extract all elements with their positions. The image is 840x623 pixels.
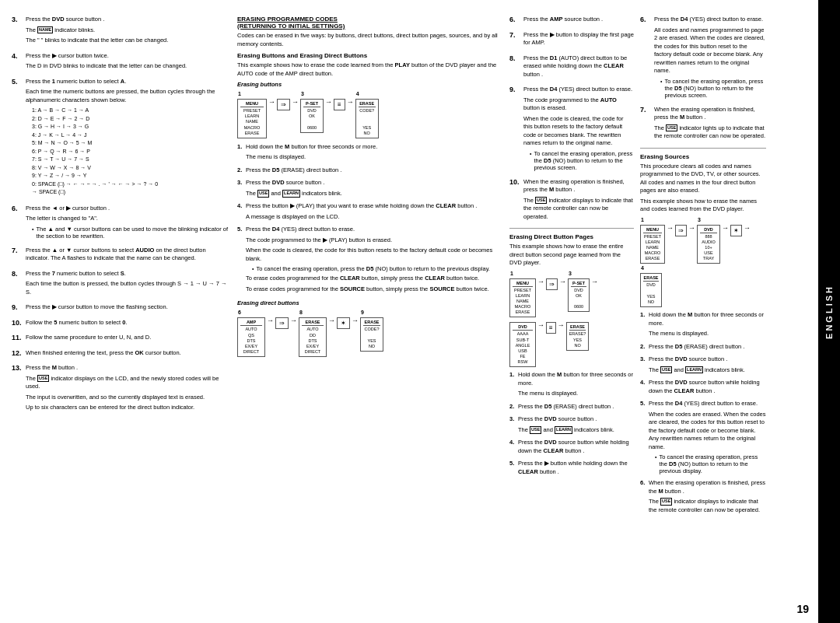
item-4: 4. Press the ▶ cursor button twice. The …	[12, 52, 229, 73]
srcdiag-mid2: ✶	[730, 225, 742, 236]
diag2-mid: ⇒	[275, 317, 289, 329]
srcdiag-label1: MENU	[643, 227, 662, 233]
src-steps-list: 1. Hold down the M button for three seco…	[640, 311, 766, 516]
diag1-num3: 3	[301, 91, 304, 96]
col3-item-9-sub1: The code programmed to the AUTO button i…	[523, 96, 634, 113]
col3-split: 6. Press the AMP source button . 7. Pres…	[509, 16, 766, 519]
item-6-num: 6.	[12, 205, 23, 242]
dpdiag-arrow2: →	[559, 278, 566, 285]
item-5-content: Press the 1 numeric button to select A. …	[26, 78, 229, 200]
alpha-row-9: 9: Y → Z → / → 9 → Y	[32, 172, 229, 180]
dpdiag-box4: DVD AAAASUB-TANGLEUSBFERSW	[509, 322, 536, 367]
srcdiag-content1: PRESETLEARNNAMEMACROERASE	[643, 234, 662, 262]
step-5-content: Press the D4 (YES) direct button to eras…	[246, 226, 502, 296]
alpha-table: 1: A → B → C → 1 → A 2: D → E → F → 2 → …	[32, 107, 229, 197]
col3-item-8-text: Press the D1 (AUTO) direct button to be …	[523, 54, 634, 79]
diag2-content6: AUTOQSDTSEX/EYDIRECT	[240, 327, 262, 355]
diag2-label8: ERASE	[302, 320, 324, 326]
bullet-dot-2: •	[252, 266, 254, 272]
dpdiag-arrow4: →	[537, 322, 544, 329]
src-step-3-content: Press the DVD source button . The USE an…	[649, 355, 745, 376]
item-13-line1: Press the M button .	[26, 364, 229, 373]
srcdiag-arrow2: →	[688, 225, 695, 232]
diag2-num9: 9	[361, 310, 364, 315]
srcdiag-box3: DVD 888AUDIO10+USETRAY	[697, 225, 720, 264]
col3-item-8: 8. Press the D1 (AUTO) direct button to …	[509, 54, 634, 82]
item-13-num: 13.	[12, 364, 23, 415]
step-1-content: Hold down the M button for three seconds…	[246, 143, 377, 164]
alpha-row-0: 0: SPACE (□) → ← → − → . → ' → ← → > → ?…	[32, 180, 229, 189]
item-13-line4: Up to six characters can be entered for …	[26, 404, 229, 412]
erasing-sources-desc2: This example shows how to erase the name…	[640, 198, 766, 214]
col3-item-10-text: When the erasing operation is finished, …	[523, 178, 634, 194]
right-item-6-text: Press the D4 (YES) direct button to eras…	[654, 16, 766, 24]
direct-pages-diagram: 1 MENU PRESETLEARNNAMEMACROERASE → ⇒ → 3	[509, 271, 634, 318]
col3-item-7-content: Press the ▶ button to display the first …	[523, 31, 634, 50]
column-3: 6. Press the AMP source button . 7. Pres…	[509, 16, 766, 607]
src-step-5-content: Press the D4 (YES) direct button to eras…	[649, 400, 766, 477]
item-8-line2: Each time the button is pressed, the but…	[26, 280, 229, 296]
src-step-2-content: Press the D5 (ERASE) direct button .	[649, 343, 744, 354]
dpdiag-arrow1: →	[537, 278, 544, 285]
diag2-content9: CODE?YESNO	[363, 327, 380, 349]
diag1-label3: P-SET	[303, 101, 320, 107]
step-5-erase-clear: To erase codes programmed for the CLEAR …	[246, 275, 502, 283]
item-10-text: Follow the 5 numeric button to select 0.	[26, 319, 229, 327]
step-5-sub2: When the code is cleared, the code for t…	[246, 247, 502, 263]
erasing-direct-label: Erasing direct buttons	[237, 299, 502, 306]
step-4: 4. Press the button ▶ (PLAY) that you wa…	[237, 202, 502, 223]
src-step-5-cancel: • To cancel the erasing operation, press…	[655, 453, 766, 474]
diag2-arrow4: →	[352, 317, 359, 324]
dp-step-5-content: Press the ▶ button while holding down th…	[518, 460, 634, 478]
diag1-mid2: ≡	[334, 99, 345, 110]
right-item-7: 7. When the erasing operation is finishe…	[640, 106, 766, 143]
step-1-sub: The menu is displayed.	[246, 153, 377, 162]
dp-step-1-content: Hold down the M button for three seconds…	[518, 371, 634, 401]
dp-step-1-sub: The menu is displayed.	[518, 390, 634, 398]
step-2-num: 2.	[237, 166, 243, 177]
item-8-content: Press the 7 numeric button to select S. …	[26, 270, 229, 299]
src-step-1: 1. Hold down the M button for three seco…	[640, 311, 766, 341]
step-5-cancel: • To cancel the erasing operation, press…	[252, 265, 502, 272]
dpdiag-label1: MENU	[513, 281, 533, 287]
col3-item-10: 10. When the erasing operation is finish…	[509, 178, 634, 224]
item-9-num: 9.	[12, 303, 23, 314]
dp-step-5-num: 5.	[509, 460, 516, 478]
srcdiag-label3: DVD	[700, 227, 717, 233]
col3-item-8-content: Press the D1 (AUTO) direct button to be …	[523, 54, 634, 82]
dpdiag-content4: AAAASUB-TANGLEUSBFERSW	[513, 331, 533, 365]
item-5-line1: Press the 1 numeric button to select A.	[26, 78, 229, 86]
srcdiag-num4: 4	[641, 265, 644, 271]
dpdiag-num3: 3	[569, 271, 572, 276]
page-number: 19	[796, 603, 809, 615]
col3-item-7-text: Press the ▶ button to display the first …	[523, 31, 634, 47]
erasing-sources-title: Erasing Sources	[640, 153, 766, 160]
dpdiag-label-erase: ERASE	[569, 324, 586, 331]
diag1-content3: DVDOK0600	[303, 108, 320, 131]
srcdiag-num3: 3	[698, 217, 701, 222]
dp-step-5: 5. Press the ▶ button while holding down…	[509, 460, 634, 478]
item-6-subbullet: • The ▲ and ▼ cursor buttons can be used…	[32, 226, 229, 240]
src-step-5: 5. Press the D4 (YES) direct button to e…	[640, 400, 766, 477]
step-4-sub: A message is displayed on the LCD.	[246, 213, 477, 222]
dpdiag-content3: DVDOK0600	[571, 288, 586, 310]
right-item-6-content: Press the D4 (YES) direct button to eras…	[654, 16, 766, 101]
item-8: 8. Press the 7 numeric button to select …	[12, 270, 229, 299]
item-11: 11. Follow the same procedure to enter U…	[12, 334, 229, 345]
item-12-content: When finished entering the text, press t…	[26, 349, 229, 360]
step-4-num: 4.	[237, 202, 243, 223]
main-content: 3. Press the DVD source button . The NAM…	[0, 0, 818, 623]
alpha-row-5: 5: M → N → O → 5 → M	[32, 139, 229, 148]
src-step-6: 6. When the erasing operation is finishe…	[640, 479, 766, 516]
item-7: 7. Press the ▲ or ▼ cursor buttons to se…	[12, 247, 229, 265]
alpha-row-2: 2: D → E → F → 2 → D	[32, 115, 229, 124]
col3-item-8-num: 8.	[509, 54, 520, 82]
step-3-num: 3.	[237, 179, 243, 200]
srcdiag-content4: DVDYESNO	[643, 282, 659, 305]
step-5-cancel-text: To cancel the erasing operation, press t…	[256, 265, 489, 272]
col3-item-6-num: 6.	[509, 16, 520, 26]
step-1: 1. Hold down the M button for three seco…	[237, 143, 502, 164]
src-step-3: 3. Press the DVD source button . The USE…	[640, 355, 766, 376]
item-5-line2: Each time the numeric buttons are presse…	[26, 88, 229, 104]
dp-step-3: 3. Press the DVD source button . The USE…	[509, 415, 634, 436]
